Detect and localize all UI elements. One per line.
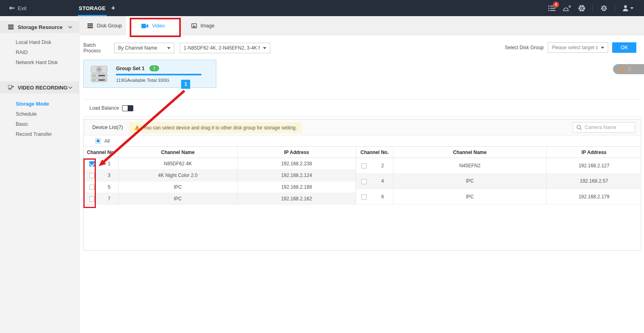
top-bar: Exit STORAGE + 4 xyxy=(0,0,644,16)
disk-group-card[interactable]: Group Set 1 7 119GAvailable Total 930G xyxy=(83,60,216,88)
notification-badge: 4 xyxy=(553,2,559,8)
channel-no: 6 xyxy=(372,189,393,205)
channel-name: 4K Night Color 2.0 xyxy=(118,170,237,181)
sidebar-section-storage-resource[interactable]: Storage Resource xyxy=(0,21,79,33)
add-tab-button[interactable]: + xyxy=(111,0,115,16)
alarm-siren-icon xyxy=(563,5,571,12)
table-row[interactable]: 5 IPC 192.168.2.188 xyxy=(84,181,356,193)
row-checkbox[interactable] xyxy=(361,179,367,184)
video-recording-icon xyxy=(8,85,14,90)
alarm-button[interactable] xyxy=(563,4,571,12)
chevron-down-icon xyxy=(167,47,170,49)
exit-label: Exit xyxy=(18,5,27,11)
user-menu-button[interactable] xyxy=(622,4,634,12)
select-all-row: All xyxy=(84,135,641,146)
channel-name: IPC xyxy=(393,189,547,205)
tab-label: Video xyxy=(152,23,165,29)
camera-search-box[interactable] xyxy=(573,122,635,133)
channel-name: IPC xyxy=(118,193,237,205)
channel-no: 2 xyxy=(372,158,393,174)
channel-no: 3 xyxy=(100,170,118,181)
sidebar-section-video-recording[interactable]: VIDEO RECORDING xyxy=(0,81,79,94)
divider xyxy=(83,99,641,100)
channel-name: IPC xyxy=(118,181,237,193)
batch-mode-value: By Channel Name xyxy=(118,45,157,51)
channel-name: IPC xyxy=(393,173,547,189)
sidebar-item-schedule[interactable]: Schedule xyxy=(0,109,79,119)
storage-resource-items: Local Hard Disk RAID Network Hard Disk xyxy=(0,33,79,73)
camera-search-input[interactable] xyxy=(585,125,629,130)
column-header-channel-name: Channel Name xyxy=(118,147,237,158)
channel-table-left: Channel No. Channel Name IP Address 1 N8… xyxy=(84,146,356,205)
task-list-button[interactable]: 4 xyxy=(548,4,556,12)
channel-no: 7 xyxy=(100,193,118,205)
disk-group-tab-icon xyxy=(87,23,93,28)
capacity-progress-bar xyxy=(116,74,201,75)
load-balance-row: Load Balance xyxy=(89,103,133,113)
table-row[interactable]: 6 IPC 192.168.2.179 xyxy=(356,189,642,205)
sidebar-item-raid[interactable]: RAID xyxy=(0,48,79,58)
tab-label: Image xyxy=(201,23,215,29)
warning-triangle-icon xyxy=(619,67,625,72)
settings-button[interactable] xyxy=(600,4,608,12)
sidebar-item-local-hard-disk[interactable]: Local Hard Disk xyxy=(0,37,79,48)
toggle-knob xyxy=(122,106,128,111)
row-checkbox[interactable] xyxy=(89,173,95,178)
drag-hint-text: You can select device and drag it to oth… xyxy=(143,125,297,131)
select-all-checkbox[interactable] xyxy=(95,138,101,144)
table-row[interactable]: 7 IPC 192.168.2.162 xyxy=(84,193,356,205)
row-checkbox[interactable] xyxy=(361,194,367,200)
table-row[interactable]: 2 N45EFN2 192.168.2.127 xyxy=(356,158,642,174)
plus-icon: + xyxy=(111,4,115,12)
batch-channels-value: 1-N85DF62 4K, 2-N45EFN2, 3-4K Night Co..… xyxy=(184,45,260,51)
row-checkbox[interactable] xyxy=(89,185,95,190)
tab-storage[interactable]: STORAGE xyxy=(78,0,107,16)
target-disk-group-select[interactable]: Please select target disk ... xyxy=(548,42,608,53)
batch-mode-select[interactable]: By Channel Name xyxy=(114,43,174,53)
chevron-down-icon xyxy=(68,86,72,89)
table-row[interactable]: 3 4K Night Color 2.0 192.168.2.124 xyxy=(84,170,356,181)
drag-hint: You can select device and drag it to oth… xyxy=(129,122,302,133)
tab-image[interactable]: Image xyxy=(180,16,226,35)
sidebar-item-basic[interactable]: Basic xyxy=(0,119,79,129)
row-checkbox[interactable] xyxy=(89,161,95,166)
table-row[interactable]: 1 N85DF62 4K 192.168.2.238 xyxy=(84,158,356,170)
channel-tables: Channel No. Channel Name IP Address 1 N8… xyxy=(84,146,641,205)
ok-button[interactable]: OK xyxy=(612,42,636,53)
tab-video[interactable]: Video xyxy=(126,16,180,35)
chevron-down-icon xyxy=(263,47,266,49)
alert-drawer-tab[interactable]: 5 xyxy=(613,64,644,74)
ip-address: 192.168.2.238 xyxy=(237,158,356,170)
batch-channels-select[interactable]: 1-N85DF62 4K, 2-N45EFN2, 3-4K Night Co..… xyxy=(180,43,270,53)
row-checkbox[interactable] xyxy=(89,196,95,202)
load-balance-label: Load Balance xyxy=(89,105,122,111)
sidebar-item-record-transfer[interactable]: Record Transfer xyxy=(0,129,79,139)
table-row[interactable]: 4 IPC 192.168.2.57 xyxy=(356,173,642,189)
search-icon xyxy=(576,125,582,130)
video-recording-items: Storage Mode Schedule Basic Record Trans… xyxy=(0,94,79,145)
row-checkbox[interactable] xyxy=(361,163,367,169)
column-header-channel-no: Channel No. xyxy=(84,147,118,158)
sidebar-item-storage-mode[interactable]: Storage Mode xyxy=(0,99,79,109)
device-list-panel: Device List(7) You can select device and… xyxy=(83,119,641,251)
back-arrow-icon xyxy=(9,6,14,10)
channel-table-right: Channel No. Channel Name IP Address 2 N4… xyxy=(356,146,642,205)
ip-address: 192.168.2.162 xyxy=(237,193,356,205)
topbar-separator xyxy=(615,5,615,11)
tab-label: Disk Group xyxy=(97,23,122,29)
sidebar-item-network-hard-disk[interactable]: Network Hard Disk xyxy=(0,58,79,68)
load-balance-toggle[interactable] xyxy=(122,105,133,111)
capacity-text: 119GAvailable Total 930G xyxy=(116,78,169,83)
ip-address: 192.168.2.188 xyxy=(237,181,356,193)
column-header-channel-name: Channel Name xyxy=(393,147,547,158)
chevron-down-icon xyxy=(630,7,634,9)
content-tab-bar: Disk Group Video Image xyxy=(79,16,644,35)
channel-no: 4 xyxy=(372,173,393,189)
tab-disk-group[interactable]: Disk Group xyxy=(83,16,126,35)
ip-address: 192.168.2.124 xyxy=(237,170,356,181)
group-channel-count-badge: 7 xyxy=(149,65,159,71)
chevron-down-icon xyxy=(68,26,72,29)
exit-button[interactable]: Exit xyxy=(9,0,27,16)
maintenance-wheel-button[interactable] xyxy=(578,4,586,12)
select-disk-group-label: Select Disk Group xyxy=(505,45,544,50)
